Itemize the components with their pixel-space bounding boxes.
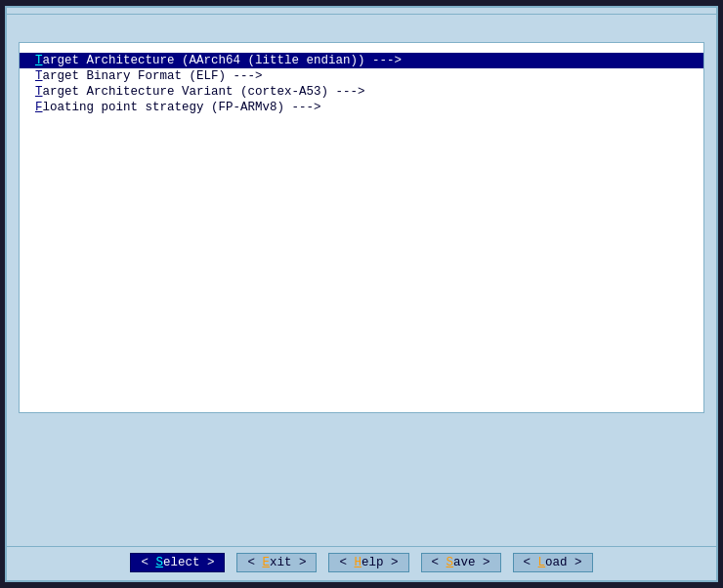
- highlight-char: T: [35, 54, 43, 67]
- select-btn[interactable]: < Select >: [130, 553, 225, 572]
- highlight-char: T: [35, 85, 43, 99]
- inner-window: [19, 22, 704, 34]
- menu-item-target-architecture[interactable]: Target Architecture (AArch64 (little end…: [20, 53, 703, 68]
- outer-window: Target Architecture (AArch64 (little end…: [5, 6, 718, 582]
- description-text: [19, 22, 704, 34]
- bottom-bar: < Select >< Exit >< Help >< Save >< Load…: [7, 546, 716, 580]
- help-btn[interactable]: < Help >: [328, 553, 408, 572]
- exit-btn[interactable]: < Exit >: [236, 553, 317, 572]
- menu-item-target-binary-format[interactable]: Target Binary Format (ELF) --->: [20, 68, 703, 84]
- highlight-char: F: [35, 101, 43, 114]
- menu-area: Target Architecture (AArch64 (little end…: [19, 42, 704, 413]
- menu-item-floating-point-strategy[interactable]: Floating point strategy (FP-ARMv8) --->: [20, 100, 703, 115]
- save-btn[interactable]: < Save >: [421, 553, 501, 572]
- outer-title-bar: [7, 8, 716, 15]
- highlight-char: T: [35, 69, 43, 83]
- menu-item-target-arch-variant[interactable]: Target Architecture Variant (cortex-A53)…: [20, 84, 703, 100]
- load-btn[interactable]: < Load >: [513, 553, 593, 572]
